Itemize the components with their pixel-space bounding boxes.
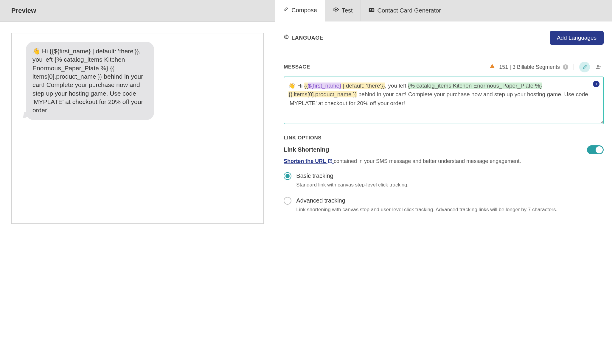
shorten-url-link-text: Shorten the URL xyxy=(284,158,326,164)
preview-title: Preview xyxy=(11,6,264,15)
message-label: MESSAGE xyxy=(284,63,310,71)
link-shortening-desc-text: contained in your SMS message and better… xyxy=(334,158,521,164)
tab-test-label: Test xyxy=(342,6,353,15)
sms-bubble: 👋 Hi {{${first_name} | default: 'there'}… xyxy=(26,42,154,120)
pencil-icon xyxy=(283,6,288,15)
tracking-option-advanced[interactable]: Advanced trackingLink shortening with ca… xyxy=(284,196,604,214)
personalize-button[interactable] xyxy=(579,62,590,72)
tab-contact-card-label: Contact Card Generator xyxy=(378,6,441,15)
eye-icon xyxy=(333,6,339,15)
message-count: 151 | 3 Billable Segments xyxy=(499,63,560,71)
message-header: MESSAGE 151 | 3 Billable Segments i xyxy=(284,62,604,72)
info-icon[interactable]: i xyxy=(563,64,568,70)
phone-frame: 👋 Hi {{${first_name} | default: 'there'}… xyxy=(11,33,264,224)
globe-icon xyxy=(284,34,289,42)
preview-panel: Preview 👋 Hi {{${first_name} | default: … xyxy=(0,0,275,364)
language-label: LANGUAGE xyxy=(291,34,323,42)
meta-divider xyxy=(574,64,574,70)
external-link-icon xyxy=(328,159,332,163)
radio-basic[interactable] xyxy=(284,172,291,180)
radio-sub-advanced: Link shortening with canvas step and use… xyxy=(296,206,557,214)
link-shortening-header: Link Shortening xyxy=(284,145,604,154)
shorten-url-link[interactable]: Shorten the URL xyxy=(284,158,334,164)
svg-point-0 xyxy=(335,9,336,10)
tabbar: Compose Test Contact Card Generator xyxy=(275,0,612,21)
compose-panel: Compose Test Contact Card Generator xyxy=(275,0,612,364)
svg-rect-3 xyxy=(372,9,373,10)
language-label-wrap: LANGUAGE xyxy=(284,34,323,42)
radio-title-basic: Basic tracking xyxy=(296,172,408,180)
radio-sub-basic: Standard link with canvas step-level cli… xyxy=(296,181,408,189)
svg-rect-4 xyxy=(372,10,373,11)
insert-snippet-button[interactable] xyxy=(593,81,599,87)
tab-test[interactable]: Test xyxy=(325,0,361,21)
tab-contact-card[interactable]: Contact Card Generator xyxy=(361,0,449,21)
link-options-label: LINK OPTIONS xyxy=(284,134,604,142)
preview-body: 👋 Hi {{${first_name} | default: 'there'}… xyxy=(0,22,275,364)
add-languages-button[interactable]: Add Languages xyxy=(550,31,604,45)
link-shortening-desc: Shorten the URL contained in your SMS me… xyxy=(284,157,604,165)
id-card-icon xyxy=(369,6,375,15)
tab-compose[interactable]: Compose xyxy=(275,0,325,21)
add-recipient-button[interactable] xyxy=(593,62,604,72)
link-shortening-title: Link Shortening xyxy=(284,145,329,154)
warning-icon xyxy=(490,63,495,71)
tab-compose-label: Compose xyxy=(291,6,317,15)
tracking-option-basic[interactable]: Basic trackingStandard link with canvas … xyxy=(284,172,604,189)
preview-header: Preview xyxy=(0,0,275,22)
link-options-section: LINK OPTIONS Link Shortening Shorten the… xyxy=(284,134,604,214)
language-row: LANGUAGE Add Languages xyxy=(284,30,604,53)
svg-point-2 xyxy=(370,9,371,10)
svg-point-6 xyxy=(597,65,599,67)
tracking-radio-group: Basic trackingStandard link with canvas … xyxy=(284,172,604,214)
link-shortening-toggle[interactable] xyxy=(587,145,604,154)
message-meta: 151 | 3 Billable Segments i xyxy=(490,62,604,72)
radio-advanced[interactable] xyxy=(284,197,291,205)
message-editor-wrap: 👋 Hi {{${first_name} | default: 'there'}… xyxy=(284,77,604,124)
radio-title-advanced: Advanced tracking xyxy=(296,196,557,205)
message-editor[interactable]: 👋 Hi {{${first_name} | default: 'there'}… xyxy=(284,77,604,124)
